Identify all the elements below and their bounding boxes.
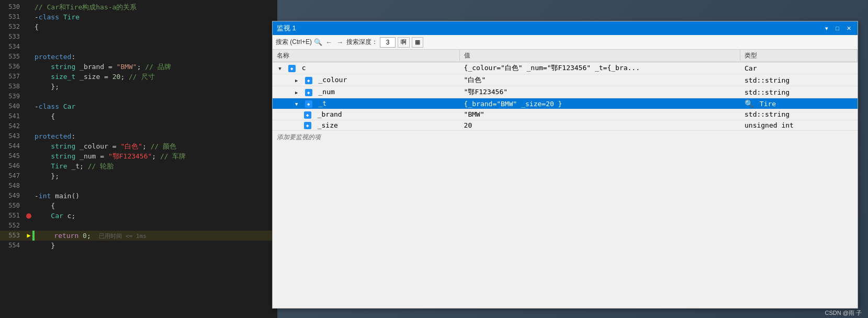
search-icon: 🔍 [314, 38, 322, 46]
code-line-550: 550 { [0, 201, 277, 211]
titlebar-buttons[interactable]: ▾ □ ✕ [823, 25, 853, 32]
code-content: string _brand = "BMW"; // 品牌 [32, 62, 277, 72]
watch-cell-value-size: 20 [460, 120, 740, 131]
line-marker: ▶ [25, 231, 32, 241]
watch-row-colour[interactable]: ▶ ◆ _colour "白色" std::string [273, 74, 858, 86]
code-line-546: 546 Tire _t; // 轮胎 [0, 161, 277, 171]
expand-icon-t[interactable]: ▼ [294, 101, 300, 107]
watch-cell-value-c: {_colour="白色" _num="鄂F123456" _t={_bra..… [460, 62, 740, 74]
watch-table: 名称 值 类型 ▼ ◆ c {_colour="白色" _num="鄂F1234… [273, 50, 858, 131]
watch-cell-value-brand: "BMW" [460, 109, 740, 120]
line-number: 551 [0, 211, 25, 221]
line-number: 546 [0, 161, 25, 171]
code-line-539: 539 [0, 92, 277, 101]
var-name-num: _num [318, 88, 334, 96]
watch-cell-type-colour: std::string [740, 74, 858, 86]
line-number: 548 [0, 181, 25, 191]
restore-button[interactable]: □ [833, 25, 841, 32]
watch-row-size[interactable]: ◆ _size 20 unsigned int [273, 120, 858, 131]
code-line-547: 547 }; [0, 171, 277, 181]
code-content [32, 42, 277, 52]
code-content: { [32, 201, 277, 211]
var-name-c: c [302, 64, 306, 72]
line-number: 537 [0, 72, 25, 82]
watch-cell-name: ▼ ◆ _t [273, 98, 460, 109]
var-name-brand: _brand [318, 110, 342, 118]
watch-row-c[interactable]: ▼ ◆ c {_colour="白色" _num="鄂F123456" _t={… [273, 62, 858, 74]
line-number: 540 [0, 101, 25, 111]
nav-forward-button[interactable]: → [335, 38, 344, 46]
code-line-543: 543 protected: [0, 131, 277, 141]
expand-icon-colour[interactable]: ▶ [294, 77, 300, 84]
code-content: } [32, 241, 277, 251]
status-text: CSDN @雨 子 [825, 309, 862, 317]
expand-icon-c[interactable]: ▼ [277, 65, 283, 72]
code-content: protected: [32, 52, 277, 62]
code-content: // Car和Tire构成has-a的关系 [32, 2, 277, 12]
close-button[interactable]: ✕ [844, 25, 853, 32]
watch-cell-name: ▶ ◆ _colour [273, 74, 460, 86]
line-number: 553 [0, 231, 25, 241]
code-content: size_t _size = 20; // 尺寸 [32, 72, 277, 82]
code-content: { [32, 111, 277, 121]
toolbar-btn2[interactable]: ▦ [412, 37, 423, 48]
code-content: return 0; 已用时间 <= 1ms [36, 231, 277, 241]
code-content: -int main() [32, 191, 277, 201]
watch-cell-name: ▼ ◆ c [273, 62, 460, 74]
watch-cell-type-size: unsigned int [740, 120, 858, 131]
expand-icon-num[interactable]: ▶ [294, 89, 300, 96]
code-line-540: 540 -class Car [0, 101, 277, 111]
line-number: 549 [0, 191, 25, 201]
code-content: string _num = "鄂F123456"; // 车牌 [32, 151, 277, 161]
toolbar-btn1[interactable]: 啊 [398, 37, 410, 48]
line-number: 538 [0, 82, 25, 92]
code-line-532: 532 { [0, 22, 277, 32]
watch-cell-value-colour: "白色" [460, 74, 740, 86]
add-watch-text: 添加要监视的项 [277, 133, 321, 141]
watch-titlebar: 监视 1 ▾ □ ✕ [273, 21, 858, 35]
var-icon: ◆ [305, 100, 312, 108]
code-content: -class Tire [32, 12, 277, 22]
code-line-535: 535 protected: [0, 52, 277, 62]
search-label: 搜索 (Ctrl+E) [276, 38, 312, 47]
line-number: 535 [0, 52, 25, 62]
add-watch-label[interactable]: 添加要监视的项 [273, 131, 858, 144]
code-line-536: 536 string _brand = "BMW"; // 品牌 [0, 62, 277, 72]
code-content: }; [32, 82, 277, 92]
line-number: 554 [0, 241, 25, 251]
watch-row-brand[interactable]: ◆ _brand "BMW" std::string [273, 109, 858, 120]
watch-cell-type-brand: std::string [740, 109, 858, 120]
code-line-530: 530 // Car和Tire构成has-a的关系 [0, 2, 277, 12]
code-line-542: 542 [0, 121, 277, 131]
code-content [32, 221, 277, 231]
code-editor-panel: 530 // Car和Tire构成has-a的关系 531 -class Tir… [0, 0, 277, 318]
code-lines: 530 // Car和Tire构成has-a的关系 531 -class Tir… [0, 0, 277, 251]
code-content: }; [32, 171, 277, 181]
code-line-553: 553 ▶ return 0; 已用时间 <= 1ms [0, 231, 277, 241]
code-content: { [32, 22, 277, 32]
watch-cell-value-num: "鄂F123456" [460, 86, 740, 98]
code-line-538: 538 }; [0, 82, 277, 92]
pin-button[interactable]: ▾ [823, 25, 830, 32]
var-name-size: _size [318, 121, 338, 129]
line-number: 550 [0, 201, 25, 211]
watch-cell-name: ◆ _size [273, 120, 460, 131]
code-content [32, 32, 277, 42]
watch-row-t[interactable]: ▼ ◆ _t {_brand="BMW" _size=20 } 🔍 Tire [273, 98, 858, 109]
depth-input[interactable] [380, 37, 396, 48]
breakpoint-indicator [26, 213, 31, 219]
line-number: 539 [0, 92, 25, 101]
code-content: Tire _t; // 轮胎 [32, 161, 277, 171]
watch-cell-type-num: std::string [740, 86, 858, 98]
line-number: 531 [0, 12, 25, 22]
line-number: 541 [0, 111, 25, 121]
watch-row-num[interactable]: ▶ ◆ _num "鄂F123456" std::string [273, 86, 858, 98]
var-name-colour: _colour [318, 76, 347, 84]
line-number: 530 [0, 2, 25, 12]
nav-back-button[interactable]: ← [324, 38, 333, 46]
var-icon: ◆ [304, 122, 311, 129]
watch-panel-title: 监视 1 [277, 24, 823, 33]
watch-table-header: 名称 值 类型 [273, 50, 858, 62]
magnify-icon[interactable]: 🔍 [745, 99, 753, 108]
code-content: -class Car [32, 101, 277, 111]
